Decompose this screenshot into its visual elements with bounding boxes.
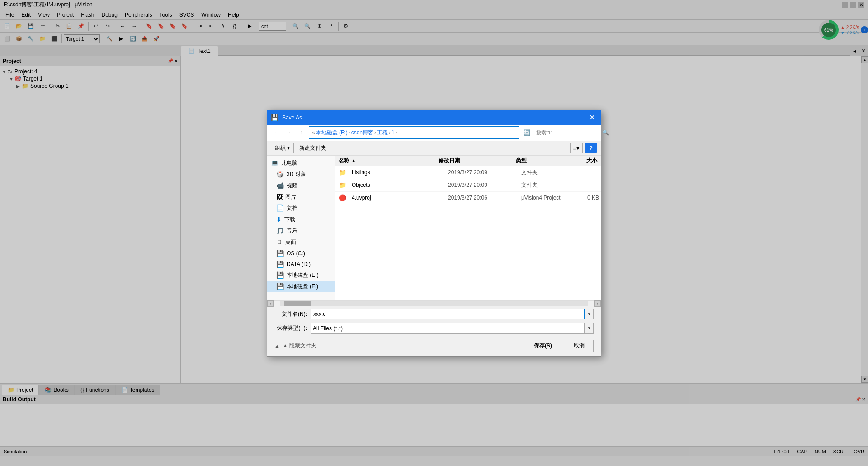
save-as-dialog: 💾 Save As ✕ ← → ↑ « 本地磁盘 (F:) › csdn博客 ›…	[267, 110, 601, 357]
sidebar-localf-label: 本地磁盘 (F:)	[287, 283, 318, 290]
nav-refresh-button[interactable]: 🔄	[521, 127, 532, 138]
breadcrumb-project[interactable]: 工程	[377, 129, 388, 137]
help-button[interactable]: ?	[585, 143, 597, 153]
filetype-display: All Files (*.*)	[311, 323, 585, 334]
hide-folders-arrow: ▲	[274, 343, 280, 349]
file-list: 名称 ▲ 修改日期 类型 大小 📁 Listings	[335, 156, 601, 300]
breadcrumb-root[interactable]: 本地磁盘 (F:)	[316, 129, 348, 137]
breadcrumb-area: « 本地磁盘 (F:) › csdn博客 › 工程 › 1 ›	[309, 126, 519, 139]
sidebar-this-pc[interactable]: 💻 此电脑	[267, 157, 335, 169]
dialog-title-content: 💾 Save As	[271, 114, 302, 121]
sidebar-desktop-icon: 🖥	[276, 238, 283, 246]
dialog-title-bar: 💾 Save As ✕	[267, 110, 601, 125]
sidebar-locale[interactable]: 💾 本地磁盘 (E:)	[267, 270, 335, 281]
file-row-objects[interactable]: 📁 Objects 2019/3/27 20:09 文件夹	[335, 179, 601, 192]
filetype-label: 保存类型(T):	[274, 324, 311, 332]
sidebar-datad[interactable]: 💾 DATA (D:)	[267, 259, 335, 270]
sidebar-documents[interactable]: 📄 文档	[267, 203, 335, 214]
filetype-row: 保存类型(T): All Files (*.*) ▼	[267, 321, 601, 336]
listings-name: Listings	[350, 169, 446, 176]
hide-folders-label: ▲ 隐藏文件夹	[283, 342, 316, 350]
dialog-footer: ▲ ▲ 隐藏文件夹 保存(S) 取消	[267, 336, 601, 356]
dialog-nav: ← → ↑ « 本地磁盘 (F:) › csdn博客 › 工程 › 1 › 🔄 …	[267, 125, 601, 141]
sidebar-osc-icon: 💾	[276, 250, 284, 257]
listings-date: 2019/3/27 20:09	[446, 169, 519, 176]
organize-label: 组织 ▾	[275, 144, 290, 152]
sidebar-pc-label: 此电脑	[281, 159, 297, 167]
sidebar-localf[interactable]: 💾 本地磁盘 (F:)	[267, 281, 335, 292]
breadcrumb-sep-2: ›	[374, 129, 376, 136]
col-type-label: 类型	[516, 157, 527, 164]
sidebar-3d-objects[interactable]: 🎲 3D 对象	[267, 169, 335, 180]
file-list-header: 名称 ▲ 修改日期 类型 大小	[335, 156, 601, 166]
horizontal-scrollbar[interactable]: ◂ ▸	[267, 300, 601, 307]
search-input[interactable]	[534, 130, 600, 135]
uvproj-icon: 🔴	[335, 194, 350, 201]
sidebar-downloads[interactable]: ⬇ 下载	[267, 214, 335, 225]
col-size[interactable]: 大小	[566, 157, 601, 165]
objects-date: 2019/3/27 20:09	[446, 182, 519, 188]
sidebar-dl-icon: ⬇	[276, 216, 282, 223]
filename-input[interactable]	[311, 309, 585, 319]
file-row-uvproj[interactable]: 🔴 4.uvproj 2019/3/27 20:06 µVision4 Proj…	[335, 192, 601, 204]
breadcrumb-sep-3: ›	[389, 129, 391, 136]
sidebar-pictures[interactable]: 🖼 图片	[267, 191, 335, 203]
sidebar-3d-icon: 🎲	[276, 171, 284, 178]
file-row-listings[interactable]: 📁 Listings 2019/3/27 20:09 文件夹	[335, 166, 601, 179]
nav-back-button[interactable]: ←	[271, 127, 282, 138]
search-icon: 🔍	[600, 129, 611, 136]
dialog-footer-right: 保存(S) 取消	[525, 340, 594, 352]
view-button[interactable]: ≡▾	[570, 143, 583, 153]
sidebar-dl-label: 下载	[284, 216, 295, 223]
hscroll-left-btn[interactable]: ◂	[267, 300, 274, 307]
breadcrumb-sep-4: ›	[396, 129, 397, 136]
sidebar-pictures-icon: 🖼	[276, 193, 283, 200]
objects-type: 文件夹	[519, 181, 570, 189]
search-box: 🔍	[534, 127, 597, 138]
listings-type: 文件夹	[519, 169, 570, 176]
sidebar-osc-label: OS (C:)	[287, 250, 305, 257]
uvproj-name: 4.uvproj	[350, 195, 446, 201]
sidebar-music-icon: 🎵	[276, 227, 284, 234]
new-folder-button[interactable]: 新建文件夹	[296, 143, 330, 153]
nav-forward-button[interactable]: →	[283, 127, 294, 138]
listings-icon: 📁	[335, 169, 350, 176]
hscroll-thumb	[284, 301, 311, 306]
sidebar-locale-label: 本地磁盘 (E:)	[287, 271, 319, 279]
uvproj-size: 0 KB	[569, 195, 601, 201]
breadcrumb-csdn[interactable]: csdn博客	[351, 129, 373, 137]
cancel-button[interactable]: 取消	[565, 340, 594, 352]
organize-button[interactable]: 组织 ▾	[271, 143, 294, 153]
dialog-toolbar-right: ≡▾ ?	[570, 143, 597, 153]
dialog-close-button[interactable]: ✕	[586, 112, 597, 123]
sort-indicator: ▲	[351, 157, 356, 164]
breadcrumb-1[interactable]: 1	[392, 129, 395, 136]
dialog-toolbar: 组织 ▾ 新建文件夹 ≡▾ ?	[267, 141, 601, 156]
sidebar-music[interactable]: 🎵 音乐	[267, 225, 335, 237]
dialog-content: 💻 此电脑 🎲 3D 对象 📹 视频 🖼 图片 📄 文档	[267, 156, 601, 300]
col-modified[interactable]: 修改日期	[435, 157, 512, 165]
sidebar-datad-label: DATA (D:)	[287, 261, 311, 267]
col-modified-label: 修改日期	[439, 157, 460, 164]
filename-dropdown-btn[interactable]: ▼	[585, 309, 594, 319]
dialog-sidebar: 💻 此电脑 🎲 3D 对象 📹 视频 🖼 图片 📄 文档	[267, 156, 335, 300]
save-button[interactable]: 保存(S)	[525, 340, 561, 352]
sidebar-pc-icon: 💻	[271, 159, 278, 166]
hide-folders-btn[interactable]: ▲ ▲ 隐藏文件夹	[274, 342, 316, 350]
sidebar-video[interactable]: 📹 视频	[267, 180, 335, 191]
hscroll-right-btn[interactable]: ▸	[594, 300, 601, 307]
dialog-toolbar-left: 组织 ▾ 新建文件夹	[271, 143, 330, 153]
objects-icon: 📁	[335, 181, 350, 189]
col-size-label: 大小	[586, 157, 597, 164]
sidebar-osc[interactable]: 💾 OS (C:)	[267, 248, 335, 259]
sidebar-desktop[interactable]: 🖥 桌面	[267, 237, 335, 248]
hscroll-track	[280, 301, 588, 306]
breadcrumb-sep-0: «	[312, 129, 315, 136]
new-folder-label: 新建文件夹	[299, 145, 326, 151]
filetype-dropdown-btn[interactable]: ▼	[585, 323, 594, 334]
nav-up-button[interactable]: ↑	[296, 127, 307, 138]
breadcrumb-sep-1: ›	[349, 129, 350, 136]
col-type[interactable]: 类型	[512, 157, 566, 165]
sidebar-desktop-label: 桌面	[285, 238, 296, 246]
col-name[interactable]: 名称 ▲	[335, 157, 435, 165]
